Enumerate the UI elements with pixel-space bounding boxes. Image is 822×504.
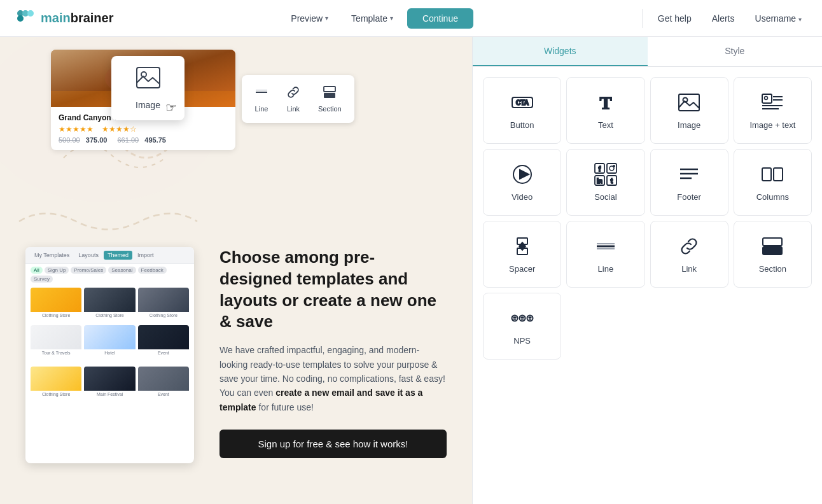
- svg-text:CTA: CTA: [516, 99, 529, 106]
- panel-tabs: Widgets Style: [473, 37, 822, 67]
- link-icon: [678, 235, 700, 258]
- cta-dark-button[interactable]: Sign up for free & see how it works!: [219, 430, 447, 458]
- mockup-tab-themed[interactable]: Themed: [104, 251, 132, 260]
- svg-rect-38: [762, 168, 771, 181]
- widget-image[interactable]: Image: [650, 77, 728, 144]
- continue-button[interactable]: Continue: [407, 8, 473, 29]
- svg-marker-43: [520, 242, 525, 246]
- widget-button[interactable]: CTA Button: [483, 77, 561, 144]
- logo-text: mainbrainer: [41, 11, 114, 25]
- mockup-item-img-9: [138, 367, 189, 391]
- main-layout: Grand Canyon Tour ★★★★★ ★★★★☆ 500.00 375…: [0, 37, 822, 504]
- alerts-button[interactable]: Alerts: [707, 11, 740, 26]
- line-icon: [594, 235, 617, 258]
- mockup-item-1[interactable]: Clothing Store: [31, 288, 81, 323]
- mockup-filter-promo[interactable]: Promo/Sales: [71, 267, 106, 274]
- widget-spacer[interactable]: Spacer: [483, 221, 561, 288]
- widget-text-label: Text: [598, 120, 613, 130]
- preview-button[interactable]: Preview ▾: [282, 10, 337, 27]
- cursor-icon: ☞: [165, 100, 177, 115]
- text-icon: T: [594, 91, 617, 114]
- toolbar-link-icon: [286, 85, 300, 102]
- mockup-item-7[interactable]: Clothing Store: [31, 367, 81, 402]
- tab-style[interactable]: Style: [648, 37, 823, 66]
- mockup-tab-import[interactable]: Import: [134, 251, 158, 260]
- widget-columns[interactable]: Columns: [734, 149, 812, 216]
- widget-link-label: Link: [681, 264, 697, 274]
- widget-line[interactable]: Line: [566, 221, 644, 288]
- svg-text:in: in: [597, 178, 603, 185]
- mockup-item-6[interactable]: Event: [138, 325, 189, 360]
- widget-video[interactable]: Video: [483, 149, 561, 216]
- mockup-item-4[interactable]: Tour & Travels: [31, 325, 81, 360]
- widget-image-text[interactable]: Image + text: [734, 77, 812, 144]
- widget-spacer-label: Spacer: [509, 264, 535, 274]
- button-icon: CTA: [511, 91, 534, 114]
- main-content: Grand Canyon Tour ★★★★★ ★★★★☆ 500.00 375…: [0, 37, 472, 504]
- toolbar-line-tool[interactable]: Line: [247, 80, 276, 118]
- mockup-item-img-7: [31, 367, 81, 391]
- image-widget-icon: [136, 66, 161, 95]
- template-mockup: My Templates Layouts Themed Import All S…: [25, 247, 194, 463]
- svg-rect-12: [324, 93, 335, 98]
- widget-image-label: Image: [678, 120, 700, 130]
- mockup-filter-survey[interactable]: Survey: [31, 276, 53, 283]
- choose-section: My Templates Layouts Themed Import All S…: [0, 228, 472, 504]
- username-button[interactable]: Username ▾: [750, 11, 807, 26]
- toolbar-section-label: Section: [318, 105, 342, 113]
- social-icon: f in t: [594, 163, 617, 186]
- template-button[interactable]: Template ▾: [342, 10, 402, 27]
- mockup-item-img-1: [31, 288, 81, 312]
- mockup-item-img-3: [138, 288, 189, 312]
- widget-nps[interactable]: NPS: [483, 293, 561, 360]
- mockup-item-img-4: [31, 325, 81, 349]
- mockup-item-label-4: Tour & Travels: [31, 349, 81, 356]
- mockup-tab-layouts[interactable]: Layouts: [74, 251, 102, 260]
- mockup-filter-all[interactable]: All: [31, 267, 43, 274]
- mockup-item-9[interactable]: Event: [138, 367, 189, 402]
- mockup-item-8[interactable]: Main Festival: [84, 367, 135, 402]
- image-widget-popup: Image ☞: [111, 56, 185, 120]
- widget-link[interactable]: Link: [650, 221, 728, 288]
- mockup-grid: Clothing Store Clothing Store Clothing S…: [25, 285, 194, 363]
- svg-rect-49: [763, 247, 782, 255]
- svg-point-30: [613, 165, 615, 167]
- widget-text[interactable]: T Text: [566, 77, 644, 144]
- widget-social-label: Social: [594, 192, 616, 202]
- columns-icon: [761, 163, 784, 186]
- svg-rect-16: [679, 94, 699, 111]
- product-prices: 500.00 375.00 661.00 495.75: [59, 136, 228, 144]
- svg-rect-11: [324, 87, 335, 92]
- mockup-tab-mytemplates[interactable]: My Templates: [31, 251, 73, 260]
- svg-rect-48: [763, 238, 782, 246]
- mockup-item-5[interactable]: Hotel: [84, 325, 135, 360]
- widget-video-label: Video: [512, 192, 533, 202]
- logo[interactable]: mainbrainer: [15, 8, 114, 29]
- mockup-item-label-8: Main Festival: [84, 391, 135, 398]
- widget-columns-label: Columns: [756, 192, 789, 202]
- widget-footer[interactable]: Footer: [650, 149, 728, 216]
- price-original-2: 661.00: [117, 136, 139, 144]
- preview-caret-icon: ▾: [325, 15, 328, 22]
- toolbar-section-tool[interactable]: Section: [310, 80, 349, 118]
- header-right: Get help Alerts Username ▾: [642, 9, 807, 28]
- toolbar-section-icon: [323, 85, 337, 102]
- choose-body-text-2: for future use!: [256, 402, 314, 412]
- mockup-item-3[interactable]: Clothing Store: [138, 288, 189, 323]
- toolbar-link-tool[interactable]: Link: [279, 80, 308, 118]
- mockup-grid-2: Clothing Store Main Festival Event: [25, 364, 194, 404]
- mockup-item-label-5: Hotel: [84, 349, 135, 356]
- choose-text: Choose among pre-designed templates and …: [219, 247, 447, 458]
- get-help-button[interactable]: Get help: [653, 11, 697, 26]
- mockup-item-2[interactable]: Clothing Store: [84, 288, 135, 323]
- mockup-filter-feedback[interactable]: Feedback: [138, 267, 167, 274]
- spacer-icon: [511, 235, 534, 258]
- widget-section[interactable]: Section: [734, 221, 812, 288]
- mockup-item-label-1: Clothing Store: [31, 312, 81, 319]
- svg-rect-9: [256, 92, 267, 93]
- widget-social[interactable]: f in t Social: [566, 149, 644, 216]
- mockup-item-img-8: [84, 367, 135, 391]
- tab-widgets[interactable]: Widgets: [473, 37, 648, 66]
- mockup-filter-signup[interactable]: Sign Up: [45, 267, 69, 274]
- mockup-filter-seasonal[interactable]: Seasonal: [108, 267, 136, 274]
